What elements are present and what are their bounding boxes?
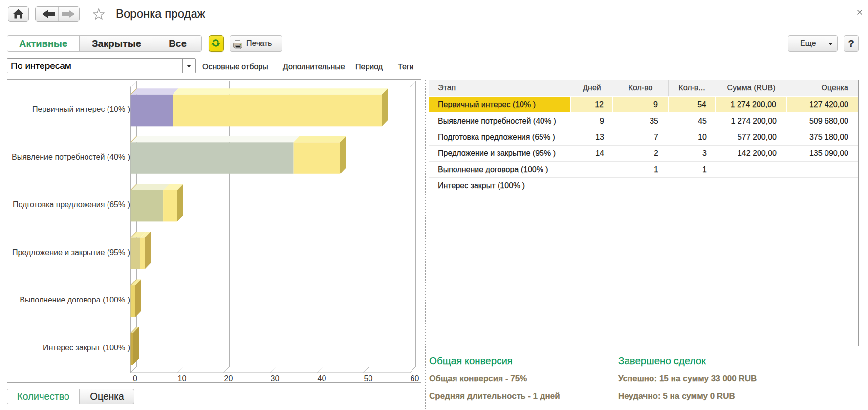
svg-text:10: 10 — [178, 374, 187, 383]
svg-text:60: 60 — [411, 374, 419, 383]
svg-text:20: 20 — [224, 374, 233, 383]
svg-text:50: 50 — [364, 374, 373, 383]
svg-text:Предложение и закрытие (95% ): Предложение и закрытие (95% ) — [12, 248, 130, 257]
svg-text:0: 0 — [133, 374, 137, 383]
svg-text:Выполнение договора (100% ): Выполнение договора (100% ) — [20, 296, 130, 304]
svg-text:Интерес закрыт (100% ): Интерес закрыт (100% ) — [43, 344, 130, 352]
svg-text:Первичный интерес (10% ): Первичный интерес (10% ) — [32, 105, 130, 113]
svg-text:40: 40 — [318, 374, 326, 383]
svg-text:Подготовка предложения (65% ): Подготовка предложения (65% ) — [13, 200, 130, 209]
svg-text:30: 30 — [271, 374, 280, 383]
svg-text:Выявление потребностей (40% ): Выявление потребностей (40% ) — [12, 153, 130, 161]
